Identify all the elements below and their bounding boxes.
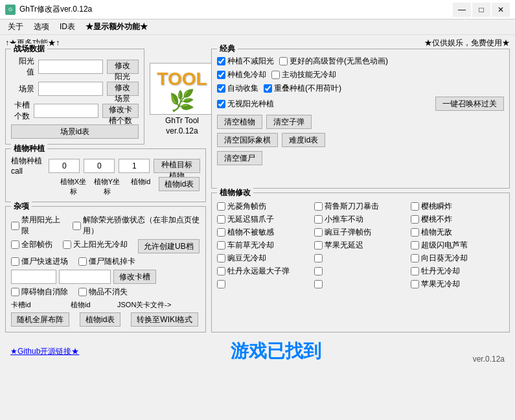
pm-check-6[interactable]: 植物不被敏感 xyxy=(217,227,310,238)
misc-item-noloss-checkbox[interactable] xyxy=(78,288,87,296)
misc-sun-limit-checkbox[interactable] xyxy=(11,222,19,230)
sun-input[interactable] xyxy=(38,60,103,74)
pm-check-8[interactable]: 植物无敌 xyxy=(411,227,504,238)
modify-slot-button[interactable]: 修改卡槽个数 xyxy=(102,104,139,118)
plant-target-button[interactable]: 种植目标植物 xyxy=(154,159,200,173)
classic-no-sun-checkbox[interactable] xyxy=(217,57,225,65)
misc-check-zombie-fast[interactable]: 僵尸快速进场 xyxy=(11,256,68,267)
difficulty-button[interactable]: 难度id表 xyxy=(282,133,325,147)
plant-x-input[interactable] xyxy=(49,159,80,173)
scene-input[interactable] xyxy=(38,82,103,96)
close-button[interactable]: ✕ xyxy=(492,3,510,17)
classic-check-active-nocd[interactable]: 主动技能无冷却 xyxy=(271,69,336,80)
menu-extra-func[interactable]: ★显示额外功能★ xyxy=(82,20,152,34)
misc-check-zombie-drop[interactable]: 僵尸随机掉卡 xyxy=(78,256,135,267)
pm-checkbox-13[interactable] xyxy=(314,254,323,262)
misc-slot-id-input[interactable] xyxy=(11,270,56,284)
pm-check-14[interactable]: 向日葵无冷却 xyxy=(411,253,504,264)
pm-check-17[interactable]: 牡丹无冷却 xyxy=(411,266,504,277)
classic-overlap-checkbox[interactable] xyxy=(264,84,272,93)
pm-check-7[interactable]: 豌豆子弹帧伤 xyxy=(314,227,407,238)
pm-check-15[interactable]: 牡丹永远最大子弹 xyxy=(217,266,310,277)
pm-check-12[interactable]: 豌豆无冷却 xyxy=(217,253,310,264)
classic-check-no-sun-plant[interactable]: 无视阳光种植 xyxy=(217,99,274,110)
pm-check-11[interactable]: 超级闪电芦苇 xyxy=(411,240,504,251)
pm-checkbox-11[interactable] xyxy=(411,241,419,250)
modify-slot-button[interactable]: 修改卡槽 xyxy=(113,270,156,284)
misc-glory-checkbox[interactable] xyxy=(73,222,81,230)
misc-zombie-fast-checkbox[interactable] xyxy=(11,257,19,266)
misc-zombie-drop-checkbox[interactable] xyxy=(78,257,87,266)
classic-check-overlap[interactable]: 重叠种植(不用荷叶) xyxy=(264,83,341,94)
clear-chess-button[interactable]: 清空国际象棋 xyxy=(217,133,278,147)
misc-sky-sun-checkbox[interactable] xyxy=(63,240,71,249)
classic-check-better-pause[interactable]: 更好的高级暂停(无黑色动画) xyxy=(279,56,388,67)
plant-id-table-button[interactable]: 植物id表 xyxy=(159,177,200,191)
pm-checkbox-17[interactable] xyxy=(411,267,419,275)
classic-better-pause-checkbox[interactable] xyxy=(279,57,288,65)
pm-check-0[interactable]: 光菱角帧伤 xyxy=(217,201,310,212)
pm-checkbox-9[interactable] xyxy=(217,241,225,250)
pm-check-5[interactable]: 樱桃不炸 xyxy=(411,214,504,225)
pm-checkbox-4[interactable] xyxy=(314,215,323,224)
pm-checkbox-16[interactable] xyxy=(314,267,323,275)
misc-frame-dmg-checkbox[interactable] xyxy=(11,240,19,249)
github-link[interactable]: ★Github开源链接★ xyxy=(10,346,79,357)
convert-wiki-button[interactable]: 转换至WIKI格式 xyxy=(131,312,198,327)
random-formation-button[interactable]: 随机全屏布阵 xyxy=(11,312,69,327)
pm-checkbox-14[interactable] xyxy=(411,254,419,262)
classic-active-nocd-checkbox[interactable] xyxy=(271,71,280,79)
plant-id-table-button2[interactable]: 植物id表 xyxy=(80,312,120,327)
pm-checkbox-1[interactable] xyxy=(314,202,323,211)
pm-checkbox-12[interactable] xyxy=(217,254,225,262)
misc-plant-id-input[interactable] xyxy=(59,270,111,284)
modify-scene-button[interactable]: 修改场景 xyxy=(107,82,139,96)
menu-about[interactable]: 关于 xyxy=(4,20,27,34)
plant-id-input[interactable] xyxy=(119,159,150,173)
pm-checkbox-20[interactable] xyxy=(411,280,419,288)
pm-check-10[interactable]: 苹果无延迟 xyxy=(314,240,407,251)
one-key-cup-button[interactable]: 一键召唤杯过关 xyxy=(435,97,504,111)
pm-check-2[interactable]: 樱桃瞬炸 xyxy=(411,201,504,212)
misc-check-glory[interactable]: 解除荣光骄傲状态（在非加点页使用） xyxy=(73,215,200,237)
pm-checkbox-7[interactable] xyxy=(314,228,323,237)
minimize-button[interactable]: — xyxy=(453,3,471,17)
plant-y-input[interactable] xyxy=(84,159,115,173)
pm-checkbox-6[interactable] xyxy=(217,228,225,237)
misc-check-frame-dmg[interactable]: 全部帧伤 xyxy=(11,239,52,250)
menu-options[interactable]: 选项 xyxy=(30,20,53,34)
pm-checkbox-5[interactable] xyxy=(411,215,419,224)
pm-checkbox-0[interactable] xyxy=(217,202,225,211)
pm-check-4[interactable]: 小推车不动 xyxy=(314,214,407,225)
misc-check-obstacle[interactable]: 障碍物自消除 xyxy=(11,286,68,298)
pm-checkbox-15[interactable] xyxy=(217,267,225,275)
pm-checkbox-8[interactable] xyxy=(411,228,419,237)
maximize-button[interactable]: □ xyxy=(472,3,490,17)
pm-checkbox-19[interactable] xyxy=(314,280,323,288)
pm-checkbox-2[interactable] xyxy=(411,202,419,211)
pm-checkbox-10[interactable] xyxy=(314,241,323,250)
misc-check-sun-limit[interactable]: 禁用阳光上限 xyxy=(11,215,62,237)
allow-ub-button[interactable]: 允许创建UB档 xyxy=(138,239,200,253)
pm-check-1[interactable]: 荷鲁斯刀刀暴击 xyxy=(314,201,407,212)
clear-body-button[interactable]: 清空僵尸 xyxy=(217,151,262,165)
pm-check-3[interactable]: 无延迟猫爪子 xyxy=(217,214,310,225)
classic-check-auto-collect[interactable]: 自动收集 xyxy=(217,83,258,94)
slot-input[interactable] xyxy=(34,104,98,118)
scene-id-table-button[interactable]: 场景id表 xyxy=(11,124,139,139)
misc-obstacle-checkbox[interactable] xyxy=(11,288,19,296)
classic-no-sun-plant-checkbox[interactable] xyxy=(217,100,225,108)
pm-check-9[interactable]: 车前草无冷却 xyxy=(217,240,310,251)
pm-checkbox-18[interactable] xyxy=(217,280,225,288)
classic-check-no-cd[interactable]: 种植免冷却 xyxy=(217,69,266,80)
modify-sun-button[interactable]: 修改阳光 xyxy=(107,60,139,74)
misc-check-item-noloss[interactable]: 物品不消失 xyxy=(78,286,128,298)
misc-check-sky-sun[interactable]: 天上阳光无冷却 xyxy=(63,239,128,250)
pm-check-20[interactable]: 苹果无冷却 xyxy=(411,279,504,290)
clear-zombie-button[interactable]: 清空子弹 xyxy=(266,115,312,129)
classic-auto-collect-checkbox[interactable] xyxy=(217,84,225,93)
clear-plant-button[interactable]: 清空植物 xyxy=(217,115,262,129)
classic-check-no-sun[interactable]: 种植不减阳光 xyxy=(217,56,274,67)
classic-no-cd-checkbox[interactable] xyxy=(217,71,225,79)
menu-id-table[interactable]: ID表 xyxy=(56,20,79,34)
